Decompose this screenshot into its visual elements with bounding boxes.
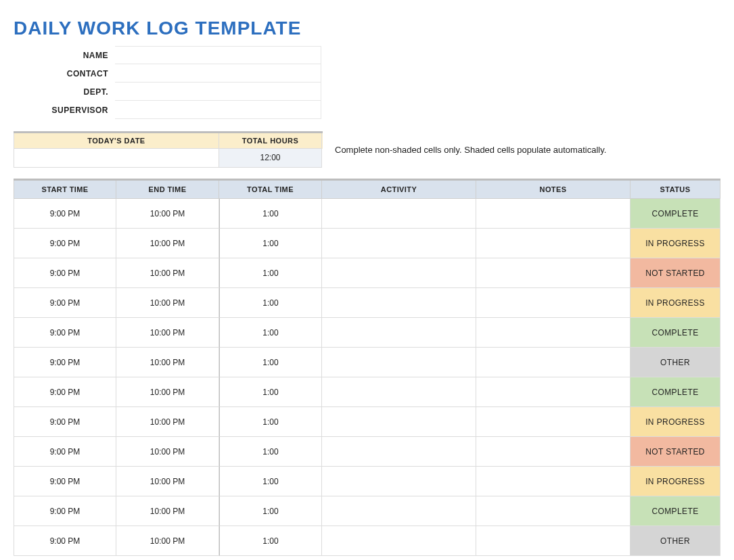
cell-total-time: 1:00 (219, 348, 322, 377)
cell-total-time: 1:00 (219, 318, 322, 348)
label-supervisor: SUPERVISOR (14, 101, 115, 119)
cell-end-time[interactable]: 10:00 PM (116, 258, 219, 288)
cell-start-time[interactable]: 9:00 PM (14, 437, 116, 467)
cell-activity[interactable] (322, 258, 476, 288)
cell-total-time: 1:00 (219, 229, 322, 258)
cell-total-time: 1:00 (219, 258, 322, 288)
col-end: END TIME (116, 181, 219, 199)
cell-activity[interactable] (322, 437, 476, 467)
cell-start-time[interactable]: 9:00 PM (14, 496, 116, 526)
cell-end-time[interactable]: 10:00 PM (116, 526, 219, 556)
cell-status[interactable]: COMPLETE (630, 199, 720, 229)
cell-activity[interactable] (322, 467, 476, 496)
table-row: 9:00 PM10:00 PM1:00IN PROGRESS (14, 229, 720, 258)
cell-activity[interactable] (322, 348, 476, 377)
table-row: 9:00 PM10:00 PM1:00NOT STARTED (14, 258, 720, 288)
cell-notes[interactable] (476, 496, 630, 526)
page-title: DAILY WORK LOG TEMPLATE (14, 18, 720, 39)
cell-status[interactable]: NOT STARTED (630, 437, 720, 467)
cell-start-time[interactable]: 9:00 PM (14, 199, 116, 229)
input-supervisor[interactable] (115, 101, 321, 119)
cell-end-time[interactable]: 10:00 PM (116, 407, 219, 437)
cell-notes[interactable] (476, 318, 630, 348)
cell-notes[interactable] (476, 229, 630, 258)
cell-activity[interactable] (322, 229, 476, 258)
cell-start-time[interactable]: 9:00 PM (14, 377, 116, 407)
summary-date-cell[interactable] (14, 149, 219, 168)
input-dept[interactable] (115, 83, 321, 101)
cell-status[interactable]: IN PROGRESS (630, 467, 720, 496)
cell-start-time[interactable]: 9:00 PM (14, 229, 116, 258)
table-row: 9:00 PM10:00 PM1:00IN PROGRESS (14, 467, 720, 496)
table-row: 9:00 PM10:00 PM1:00NOT STARTED (14, 437, 720, 467)
cell-end-time[interactable]: 10:00 PM (116, 199, 219, 229)
cell-end-time[interactable]: 10:00 PM (116, 496, 219, 526)
cell-status[interactable]: IN PROGRESS (630, 288, 720, 318)
cell-start-time[interactable]: 9:00 PM (14, 467, 116, 496)
cell-start-time[interactable]: 9:00 PM (14, 526, 116, 556)
cell-end-time[interactable]: 10:00 PM (116, 348, 219, 377)
table-row: 9:00 PM10:00 PM1:00COMPLETE (14, 377, 720, 407)
cell-status[interactable]: COMPLETE (630, 318, 720, 348)
col-activity: ACTIVITY (322, 181, 476, 199)
cell-notes[interactable] (476, 437, 630, 467)
cell-start-time[interactable]: 9:00 PM (14, 348, 116, 377)
table-row: 9:00 PM10:00 PM1:00COMPLETE (14, 199, 720, 229)
cell-total-time: 1:00 (219, 377, 322, 407)
cell-status[interactable]: IN PROGRESS (630, 229, 720, 258)
cell-activity[interactable] (322, 199, 476, 229)
cell-end-time[interactable]: 10:00 PM (116, 318, 219, 348)
cell-status[interactable]: OTHER (630, 348, 720, 377)
cell-notes[interactable] (476, 258, 630, 288)
cell-activity[interactable] (322, 377, 476, 407)
col-start: START TIME (14, 181, 116, 199)
cell-start-time[interactable]: 9:00 PM (14, 288, 116, 318)
cell-notes[interactable] (476, 377, 630, 407)
cell-notes[interactable] (476, 526, 630, 556)
cell-activity[interactable] (322, 288, 476, 318)
work-log-template: DAILY WORK LOG TEMPLATE NAME CONTACT DEP… (0, 0, 734, 560)
cell-status[interactable]: IN PROGRESS (630, 407, 720, 437)
table-row: 9:00 PM10:00 PM1:00OTHER (14, 348, 720, 377)
cell-status[interactable]: COMPLETE (630, 377, 720, 407)
cell-notes[interactable] (476, 407, 630, 437)
cell-start-time[interactable]: 9:00 PM (14, 318, 116, 348)
cell-activity[interactable] (322, 407, 476, 437)
col-status: STATUS (630, 181, 720, 199)
cell-status[interactable]: OTHER (630, 526, 720, 556)
input-contact[interactable] (115, 64, 321, 83)
cell-activity[interactable] (322, 526, 476, 556)
table-row: 9:00 PM10:00 PM1:00IN PROGRESS (14, 288, 720, 318)
cell-activity[interactable] (322, 318, 476, 348)
log-table: START TIME END TIME TOTAL TIME ACTIVITY … (14, 179, 720, 556)
cell-end-time[interactable]: 10:00 PM (116, 437, 219, 467)
table-row: 9:00 PM10:00 PM1:00OTHER (14, 526, 720, 556)
label-dept: DEPT. (14, 83, 115, 101)
cell-notes[interactable] (476, 199, 630, 229)
cell-notes[interactable] (476, 288, 630, 318)
cell-start-time[interactable]: 9:00 PM (14, 407, 116, 437)
label-contact: CONTACT (14, 64, 115, 83)
cell-start-time[interactable]: 9:00 PM (14, 258, 116, 288)
input-name[interactable] (115, 46, 321, 64)
cell-end-time[interactable]: 10:00 PM (116, 377, 219, 407)
summary-header-date: TODAY'S DATE (14, 133, 219, 149)
cell-end-time[interactable]: 10:00 PM (116, 229, 219, 258)
cell-activity[interactable] (322, 496, 476, 526)
col-notes: NOTES (476, 181, 630, 199)
cell-status[interactable]: NOT STARTED (630, 258, 720, 288)
cell-total-time: 1:00 (219, 288, 322, 318)
cell-status[interactable]: COMPLETE (630, 496, 720, 526)
summary-header-hours: TOTAL HOURS (219, 133, 322, 149)
cell-total-time: 1:00 (219, 199, 322, 229)
instructions-text: Complete non-shaded cells only. Shaded c… (335, 145, 606, 155)
table-row: 9:00 PM10:00 PM1:00COMPLETE (14, 496, 720, 526)
cell-total-time: 1:00 (219, 526, 322, 556)
cell-total-time: 1:00 (219, 407, 322, 437)
cell-notes[interactable] (476, 467, 630, 496)
cell-end-time[interactable]: 10:00 PM (116, 467, 219, 496)
summary-total-hours-cell: 12:00 (219, 149, 322, 168)
cell-total-time: 1:00 (219, 437, 322, 467)
cell-notes[interactable] (476, 348, 630, 377)
cell-end-time[interactable]: 10:00 PM (116, 288, 219, 318)
